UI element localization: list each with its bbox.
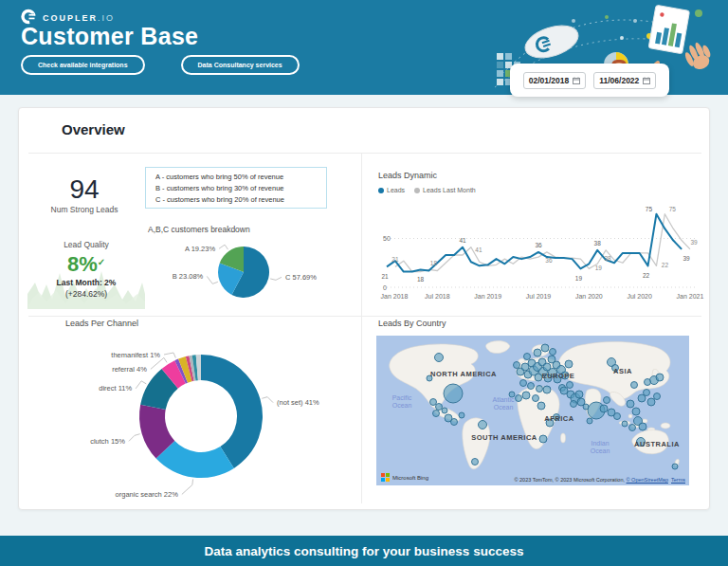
coupler-logo-icon bbox=[21, 9, 37, 25]
lead-quality-value: 8%✓ bbox=[27, 250, 145, 277]
calendar-icon bbox=[643, 77, 650, 84]
data-consultancy-button[interactable]: Data Consultancy services bbox=[181, 55, 300, 75]
report-card: Overview 94 Num Strong Leads A - custome… bbox=[18, 107, 710, 510]
svg-text:41: 41 bbox=[459, 237, 466, 244]
svg-text:direct 11%: direct 11% bbox=[99, 384, 132, 393]
lead-quality-label: Lead Quality bbox=[27, 240, 145, 249]
bing-logo: Microsoft Bing bbox=[381, 473, 428, 482]
svg-text:22: 22 bbox=[662, 262, 669, 268]
calendar-icon bbox=[573, 77, 580, 84]
legend-leads-last-month: Leads Last Month bbox=[414, 187, 476, 193]
svg-text:0: 0 bbox=[383, 284, 387, 291]
legend-line-c: C - customers who bring 20% of revenue bbox=[155, 194, 326, 206]
svg-text:AFRICA: AFRICA bbox=[544, 414, 573, 423]
legend-leads: Leads bbox=[378, 187, 405, 193]
map-attribution: © 2023 TomTom, © 2023 Microsoft Corporat… bbox=[514, 477, 685, 483]
leads-dynamic-title: Leads Dynamic bbox=[378, 171, 437, 180]
abc-legend-box: A - customers who bring 50% of revenue B… bbox=[145, 167, 327, 209]
svg-text:41: 41 bbox=[475, 246, 482, 253]
svg-text:39: 39 bbox=[682, 255, 690, 262]
leads-dot-icon bbox=[378, 188, 384, 193]
leads-per-channel-chart: (not set) 41%organic search 22%clutch 15… bbox=[33, 334, 365, 508]
openstreetmap-link[interactable]: © OpenStreetMap bbox=[627, 477, 668, 483]
breakdown-pie-chart: C 57.69%B 23.08%A 19.23% bbox=[143, 234, 359, 314]
date-from-field[interactable]: 02/01/2018 bbox=[523, 72, 587, 89]
svg-text:C 57.69%: C 57.69% bbox=[285, 273, 317, 282]
svg-text:(not set) 41%: (not set) 41% bbox=[277, 398, 319, 407]
svg-text:38: 38 bbox=[594, 240, 602, 246]
svg-text:18: 18 bbox=[430, 260, 438, 266]
date-to-field[interactable]: 11/06/2022 bbox=[593, 72, 656, 89]
date-range-picker: 02/01/2018 11/06/2022 bbox=[510, 64, 669, 97]
check-icon: ✓ bbox=[98, 257, 105, 267]
breakdown-chart-title: A,B,C customers breakdown bbox=[148, 225, 250, 234]
divider bbox=[28, 316, 701, 317]
num-strong-leads-value: 94 bbox=[27, 174, 141, 205]
svg-text:Atlantic: Atlantic bbox=[493, 396, 515, 403]
lead-quality-last-month: Last Month: 2% bbox=[27, 277, 145, 288]
leads-per-channel-title: Leads Per Channel bbox=[65, 319, 138, 328]
legend-line-b: B - customers who bring 30% of revenue bbox=[155, 183, 326, 194]
app-header: COUPLER.IO Customer Base Check available… bbox=[0, 0, 728, 95]
svg-text:Jul 2019: Jul 2019 bbox=[526, 293, 552, 300]
svg-text:21: 21 bbox=[381, 273, 389, 280]
svg-text:referral 4%: referral 4% bbox=[112, 365, 147, 374]
date-from-value: 02/01/2018 bbox=[529, 76, 570, 85]
svg-text:39: 39 bbox=[690, 239, 698, 246]
leads-last-month-dot-icon bbox=[414, 188, 420, 193]
date-to-value: 11/06/2022 bbox=[599, 76, 639, 85]
svg-text:19: 19 bbox=[575, 275, 583, 282]
bing-provider-label: Microsoft Bing bbox=[392, 475, 428, 481]
svg-text:75: 75 bbox=[669, 206, 677, 212]
svg-text:Pacific: Pacific bbox=[392, 394, 412, 401]
footer-text: Data analytics consulting for your busin… bbox=[205, 544, 524, 558]
svg-text:19: 19 bbox=[595, 265, 603, 271]
svg-text:21: 21 bbox=[391, 256, 399, 263]
leads-dynamic-legend: Leads Leads Last Month bbox=[378, 187, 476, 193]
svg-text:18: 18 bbox=[417, 276, 425, 283]
svg-text:AUSTRALIA: AUSTRALIA bbox=[634, 440, 680, 448]
terms-link[interactable]: Terms bbox=[671, 477, 685, 483]
svg-text:Jan 2020: Jan 2020 bbox=[575, 293, 603, 300]
svg-text:36: 36 bbox=[535, 242, 542, 248]
svg-text:Jan 2018: Jan 2018 bbox=[381, 293, 409, 300]
svg-text:Ocean: Ocean bbox=[494, 404, 514, 411]
svg-text:Indian: Indian bbox=[591, 440, 609, 447]
microsoft-logo-icon bbox=[381, 473, 390, 482]
svg-text:themanifest 1%: themanifest 1% bbox=[111, 351, 160, 359]
svg-text:NORTH AMERICA: NORTH AMERICA bbox=[430, 370, 497, 378]
svg-text:Ocean: Ocean bbox=[591, 447, 610, 454]
num-strong-leads-label: Num Strong Leads bbox=[27, 205, 141, 214]
svg-text:Ocean: Ocean bbox=[392, 402, 412, 409]
svg-text:Jan 2019: Jan 2019 bbox=[474, 293, 501, 300]
lead-quality-block: 8%✓ Last Month: 2% (+284.62%) bbox=[27, 250, 145, 309]
svg-text:B 23.08%: B 23.08% bbox=[173, 272, 204, 281]
svg-text:22: 22 bbox=[643, 272, 650, 279]
lead-quality-change: (+284.62%) bbox=[27, 288, 145, 300]
app-footer: Data analytics consulting for your busin… bbox=[0, 536, 728, 566]
svg-text:SOUTH AMERICA: SOUTH AMERICA bbox=[471, 433, 537, 442]
page-title: Customer Base bbox=[21, 23, 198, 50]
check-integrations-button[interactable]: Check available integrations bbox=[21, 55, 145, 75]
svg-text:36: 36 bbox=[545, 257, 553, 264]
brand-name: COUPLER bbox=[43, 13, 98, 23]
brand-suffix: .IO bbox=[98, 13, 115, 23]
svg-text:Jul 2018: Jul 2018 bbox=[425, 293, 450, 300]
leads-by-country-title: Leads By Country bbox=[378, 319, 446, 328]
svg-text:75: 75 bbox=[646, 206, 653, 212]
svg-text:50: 50 bbox=[383, 235, 391, 242]
divider bbox=[28, 153, 701, 154]
svg-text:ASIA: ASIA bbox=[613, 367, 632, 375]
svg-text:clutch 15%: clutch 15% bbox=[90, 437, 125, 446]
svg-text:organic search 22%: organic search 22% bbox=[116, 490, 179, 499]
svg-text:Jan 2021: Jan 2021 bbox=[677, 293, 704, 300]
legend-line-a: A - customers who bring 50% of revenue bbox=[155, 172, 326, 183]
svg-text:Jul 2020: Jul 2020 bbox=[627, 293, 652, 300]
leads-dynamic-chart: 500Jan 2018Jul 2018Jan 2019Jul 2019Jan 2… bbox=[373, 197, 705, 307]
svg-text:A 19.23%: A 19.23% bbox=[185, 245, 215, 253]
leads-by-country-map[interactable]: NORTH AMERICAEUROPEASIAAFRICASOUTH AMERI… bbox=[376, 336, 689, 485]
svg-text:38: 38 bbox=[604, 255, 611, 262]
svg-text:EUROPE: EUROPE bbox=[542, 372, 575, 380]
overview-title: Overview bbox=[62, 121, 125, 137]
